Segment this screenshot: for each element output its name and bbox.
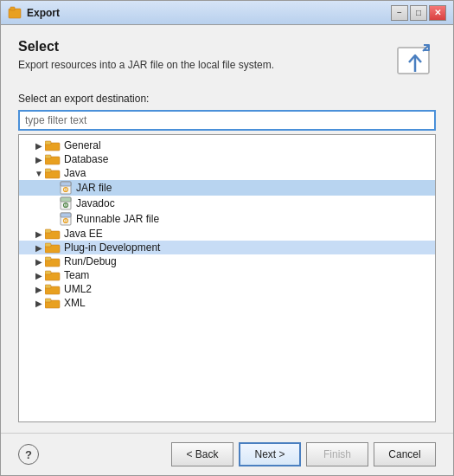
tree-label-general: General	[64, 139, 101, 151]
tree-label-java: Java	[64, 167, 86, 179]
maximize-button[interactable]: □	[410, 5, 427, 21]
expand-arrow-java-ee[interactable]: ▶	[33, 229, 45, 239]
export-dialog: Export − □ ✕ Select Export resources int…	[0, 0, 454, 476]
tree-label-team: Team	[64, 269, 89, 281]
folder-icon-team	[45, 269, 61, 281]
title-bar: Export − □ ✕	[1, 1, 453, 25]
tree-label-uml2: UML2	[64, 283, 92, 295]
tree-label-xml: XML	[64, 297, 86, 309]
window-controls: − □ ✕	[391, 5, 446, 21]
dialog-title: Select	[18, 39, 386, 55]
tree-item-database[interactable]: ▶ Database	[19, 152, 435, 166]
header-text: Select Export resources into a JAR file …	[18, 39, 386, 73]
tree-item-team[interactable]: ▶ Team	[19, 268, 435, 282]
expand-arrow-database[interactable]: ▶	[33, 155, 45, 164]
svg-rect-17	[61, 197, 71, 202]
tree-item-jar-file[interactable]: JAR file	[19, 180, 435, 196]
expand-arrow-java[interactable]: ▼	[33, 169, 45, 178]
tree-label-runnable-jar: Runnable JAR file	[76, 213, 159, 225]
finish-button[interactable]: Finish	[306, 442, 368, 466]
svg-rect-11	[45, 169, 51, 172]
svg-rect-33	[45, 285, 51, 288]
svg-rect-13	[61, 182, 71, 186]
tree-label-database: Database	[64, 153, 108, 165]
tree-label-java-ee: Java EE	[64, 228, 103, 240]
folder-icon-uml2	[45, 283, 61, 295]
svg-rect-25	[45, 229, 51, 233]
export-icon	[394, 39, 436, 80]
folder-icon-xml	[45, 297, 61, 309]
svg-rect-29	[45, 257, 51, 261]
folder-icon-database	[45, 153, 61, 165]
folder-icon-general	[45, 139, 61, 151]
tree-item-general[interactable]: ▶ General	[19, 138, 435, 152]
help-button[interactable]: ?	[18, 444, 39, 465]
tree-item-uml2[interactable]: ▶ UML2	[19, 282, 435, 296]
footer-buttons: < Back Next > Finish Cancel	[171, 442, 436, 466]
dialog-footer: ? < Back Next > Finish Cancel	[1, 433, 453, 475]
tree-label-plugin-dev: Plug-in Development	[64, 241, 160, 254]
tree-label-jar-file: JAR file	[76, 182, 112, 194]
back-button[interactable]: < Back	[171, 442, 233, 466]
runnable-jar-icon	[59, 212, 73, 226]
svg-rect-27	[45, 243, 51, 247]
tree-item-plugin-dev[interactable]: ▶ Plug-in Development	[19, 241, 435, 254]
minimize-button[interactable]: −	[391, 5, 408, 21]
tree-label-javadoc: Javadoc	[76, 197, 115, 209]
expand-arrow-run-debug[interactable]: ▶	[33, 257, 45, 267]
jar-file-icon	[59, 181, 73, 195]
dialog-description: Export resources into a JAR file on the …	[18, 58, 386, 73]
svg-rect-7	[45, 141, 51, 145]
expand-arrow-general[interactable]: ▶	[33, 141, 45, 151]
tree-item-run-debug[interactable]: ▶ Run/Debug	[19, 254, 435, 268]
svg-rect-31	[45, 271, 51, 274]
window-title: Export	[27, 7, 391, 19]
filter-input[interactable]	[18, 110, 436, 131]
tree-label-run-debug: Run/Debug	[64, 255, 117, 267]
tree-item-javadoc[interactable]: Javadoc	[19, 196, 435, 211]
folder-icon-java-ee	[45, 228, 61, 240]
close-button[interactable]: ✕	[429, 5, 446, 21]
svg-rect-1	[10, 7, 15, 10]
tree-container: ▶ General ▶ Database ▼	[18, 134, 436, 422]
folder-icon-java	[45, 167, 61, 179]
tree-item-xml[interactable]: ▶ XML	[19, 296, 435, 310]
tree-item-java[interactable]: ▼ Java	[19, 166, 435, 180]
cancel-button[interactable]: Cancel	[374, 442, 436, 466]
header-section: Select Export resources into a JAR file …	[18, 39, 436, 80]
tree-item-java-ee[interactable]: ▶ Java EE	[19, 227, 435, 241]
section-label: Select an export destination:	[18, 93, 436, 105]
window-icon	[8, 6, 22, 20]
tree-item-runnable-jar[interactable]: Runnable JAR file	[19, 211, 435, 227]
expand-arrow-team[interactable]: ▶	[33, 271, 45, 280]
svg-rect-35	[45, 299, 51, 302]
svg-rect-2	[398, 48, 429, 74]
dialog-content: Select Export resources into a JAR file …	[1, 25, 453, 433]
svg-rect-21	[61, 213, 71, 217]
expand-arrow-plugin-dev[interactable]: ▶	[33, 243, 45, 253]
next-button[interactable]: Next >	[239, 442, 301, 466]
javadoc-icon	[59, 196, 73, 210]
folder-icon-plugin-dev	[45, 241, 61, 254]
expand-arrow-uml2[interactable]: ▶	[33, 285, 45, 294]
folder-icon-run-debug	[45, 255, 61, 267]
svg-rect-9	[45, 155, 51, 158]
expand-arrow-xml[interactable]: ▶	[33, 299, 45, 308]
